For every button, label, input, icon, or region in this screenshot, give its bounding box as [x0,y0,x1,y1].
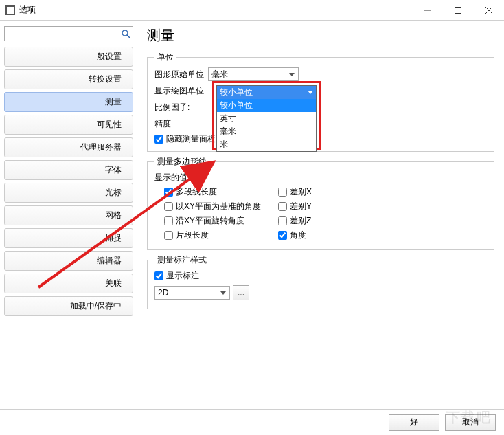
sidebar-item-7[interactable]: 网格 [4,205,133,225]
polyline-right-cb-3[interactable]: 角度 [278,230,398,241]
footer: 好 取消 [0,409,504,435]
display-units-label: 显示绘图单位 [154,85,208,97]
main-panel: 测量 单位 图形原始单位 毫米 显示绘图单位 比例因子: 精度 隐藏测量面板 [137,21,504,409]
sidebar-item-8[interactable]: 捕捉 [4,228,133,248]
polyline-left-cb-3[interactable]: 片段长度 [164,230,274,241]
sidebar-item-2[interactable]: 测量 [4,92,133,112]
maximize-button[interactable] [442,0,473,20]
page-title: 测量 [147,26,494,45]
display-units-dropdown[interactable]: 较小单位较小单位英寸毫米米 [216,85,317,152]
search-icon[interactable] [120,28,131,39]
polyline-right-cb-2[interactable]: 差别Z [278,215,398,227]
search-input[interactable] [5,27,117,41]
polyline-right-cb-1[interactable]: 差别Y [278,201,398,212]
polyline-left-cb-0[interactable]: 多段线长度 [164,186,274,198]
window-title: 选项 [19,4,411,16]
polyline-left-cb-2[interactable]: 沿XY平面旋转角度 [164,215,274,227]
svg-point-4 [122,30,128,36]
polyline-group: 测量多边形线 显示的值 多段线长度以XY平面为基准的角度沿XY平面旋转角度片段长… [147,156,494,250]
drawing-units-select[interactable]: 毫米 [208,67,299,81]
polyline-legend: 测量多边形线 [154,156,209,168]
units-legend: 单位 [154,52,176,63]
units-group: 单位 图形原始单位 毫米 显示绘图单位 比例因子: 精度 隐藏测量面板 [147,52,494,152]
hide-panel-checkbox[interactable]: 隐藏测量面板 [154,133,216,145]
sidebar-item-10[interactable]: 关联 [4,274,133,293]
sidebar: 一般设置转换设置测量可见性代理服务器字体光标网格捕捉编辑器关联加载中/保存中 [0,21,137,409]
close-button[interactable] [473,0,504,20]
callout-legend: 测量标注样式 [154,254,209,266]
search-box [4,26,133,41]
show-callout-checkbox[interactable]: 显示标注 [154,270,199,282]
precision-label: 精度 [154,118,208,130]
callout-group: 测量标注样式 显示标注 2D ... [147,254,494,309]
polyline-right-cb-0[interactable]: 差别X [278,186,398,198]
sidebar-item-9[interactable]: 编辑器 [4,251,133,271]
sidebar-item-5[interactable]: 字体 [4,160,133,180]
drawing-units-label: 图形原始单位 [154,69,208,80]
sidebar-item-1[interactable]: 转换设置 [4,69,133,89]
svg-rect-1 [455,7,461,13]
titlebar: 选项 [0,0,504,21]
svg-line-5 [127,35,130,38]
display-units-option-3[interactable]: 米 [217,138,316,151]
polyline-left-cb-1[interactable]: 以XY平面为基准的角度 [164,201,274,212]
display-units-option-0[interactable]: 较小单位 [217,99,316,112]
sidebar-item-11[interactable]: 加载中/保存中 [4,296,133,316]
callout-more-button[interactable]: ... [233,285,249,300]
sidebar-item-3[interactable]: 可见性 [4,115,133,135]
minimize-button[interactable] [411,0,442,20]
display-units-selected[interactable]: 较小单位 [217,86,316,99]
sidebar-item-0[interactable]: 一般设置 [4,47,133,67]
display-values-label: 显示的值 [154,172,487,183]
sidebar-item-6[interactable]: 光标 [4,183,133,203]
callout-style-select[interactable]: 2D [154,286,230,300]
scale-factor-label: 比例因子: [154,102,208,113]
sidebar-item-4[interactable]: 代理服务器 [4,137,133,157]
ok-button[interactable]: 好 [389,414,439,431]
app-icon [5,5,15,15]
display-units-option-2[interactable]: 毫米 [217,125,316,138]
watermark: 下载吧 [446,408,492,427]
display-units-option-1[interactable]: 英寸 [217,112,316,125]
